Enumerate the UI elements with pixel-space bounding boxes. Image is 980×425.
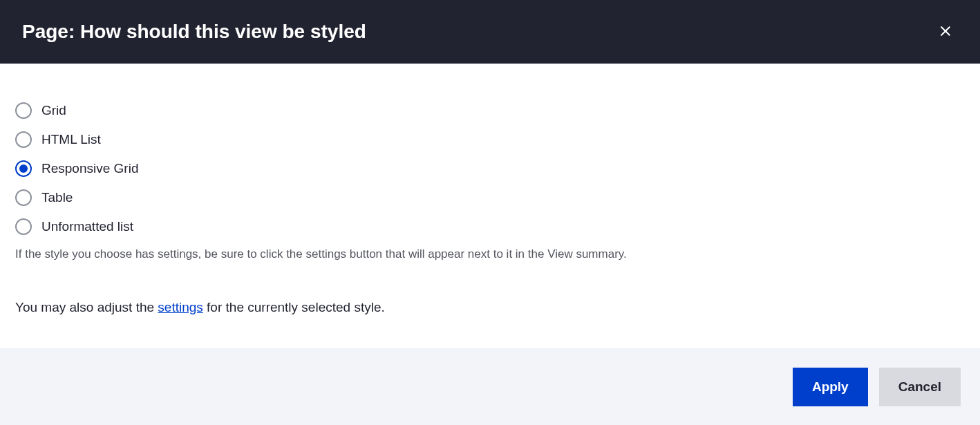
settings-hint-before: You may also adjust the: [15, 300, 158, 314]
radio-option-unformatted-list[interactable]: Unformatted list: [15, 218, 965, 235]
dialog-title: Page: How should this view be styled: [22, 21, 366, 43]
radio-icon: [15, 131, 32, 148]
dialog-content: Grid HTML List Responsive Grid Table Unf…: [0, 64, 980, 348]
radio-label: Responsive Grid: [41, 161, 138, 176]
close-button[interactable]: [933, 19, 958, 46]
settings-hint-after: for the currently selected style.: [203, 300, 385, 314]
radio-label: Unformatted list: [41, 219, 133, 234]
radio-option-table[interactable]: Table: [15, 189, 965, 206]
radio-option-grid[interactable]: Grid: [15, 102, 965, 119]
radio-icon: [15, 160, 32, 177]
radio-icon: [15, 218, 32, 235]
dialog-footer: Apply Cancel: [0, 348, 980, 425]
dialog-header: Page: How should this view be styled: [0, 0, 980, 64]
radio-icon: [15, 189, 32, 206]
radio-label: HTML List: [41, 132, 101, 147]
radio-label: Grid: [41, 103, 66, 118]
close-icon: [939, 24, 952, 40]
radio-label: Table: [41, 190, 73, 205]
settings-hint: You may also adjust the settings for the…: [15, 300, 965, 315]
radio-option-responsive-grid[interactable]: Responsive Grid: [15, 160, 965, 177]
settings-link[interactable]: settings: [158, 300, 202, 314]
radio-option-html-list[interactable]: HTML List: [15, 131, 965, 148]
cancel-button[interactable]: Cancel: [879, 368, 961, 406]
style-radio-group: Grid HTML List Responsive Grid Table Unf…: [15, 102, 965, 235]
apply-button[interactable]: Apply: [793, 368, 868, 406]
help-text: If the style you choose has settings, be…: [15, 247, 965, 261]
radio-icon: [15, 102, 32, 119]
